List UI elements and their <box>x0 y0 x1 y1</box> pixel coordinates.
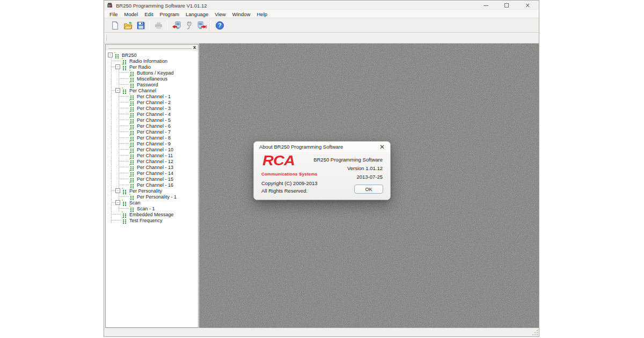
tree-item[interactable]: Per Channel - 6 <box>108 123 198 129</box>
tree-expander-icon[interactable]: - <box>115 64 120 69</box>
tree-item[interactable]: Per Channel - 5 <box>108 117 198 123</box>
tree-panel-gripper[interactable] <box>108 47 192 49</box>
tree-item[interactable]: Per Channel - 7 <box>108 129 198 135</box>
tree-node-icon <box>122 211 128 217</box>
tree-item[interactable]: Miscellaneous <box>108 76 198 82</box>
menu-item-model[interactable]: Model <box>121 11 141 17</box>
tree-guide-line <box>108 135 115 141</box>
title-bar: BR250 Programming Software V1.01.12 ✕ <box>104 1 539 10</box>
dialog-close-icon[interactable]: ✕ <box>379 144 385 150</box>
toolbar-read-from-radio[interactable] <box>170 19 182 31</box>
toolbar-help[interactable]: ? <box>214 19 225 31</box>
menu-item-help[interactable]: Help <box>254 11 271 17</box>
toolbar-separator <box>167 20 167 30</box>
tree-item[interactable]: Test Frequency <box>108 217 198 223</box>
tree-connector-line <box>115 220 121 221</box>
toolbar-save-file[interactable] <box>135 19 147 31</box>
tree-expander-icon[interactable]: - <box>115 200 120 205</box>
tree-item[interactable]: Per Channel - 11 <box>108 152 198 158</box>
tree-item[interactable]: Embedded Message <box>108 211 198 217</box>
tree-item[interactable]: -Per Radio <box>108 64 198 70</box>
tree-connector-line <box>123 137 129 138</box>
tree-item[interactable]: Per Channel - 4 <box>108 111 198 117</box>
menu-item-program[interactable]: Program <box>157 11 182 17</box>
tree-item[interactable]: Per Channel - 10 <box>108 146 198 152</box>
write-to-radio-icon <box>197 21 207 30</box>
tree-connector-line <box>123 78 129 79</box>
tree-connector-line <box>123 120 129 120</box>
tree-item[interactable]: Per Channel - 2 <box>108 99 198 105</box>
toolbar-write-to-radio[interactable] <box>196 19 208 31</box>
tree-expander-icon[interactable]: - <box>115 188 120 193</box>
resize-grip-icon[interactable] <box>537 330 538 331</box>
tree-connector-line <box>123 131 129 132</box>
maximize-button[interactable] <box>504 3 509 8</box>
tree-panel-header: x <box>106 45 198 50</box>
tree-node-icon <box>129 93 135 99</box>
tree-panel-close-icon[interactable]: x <box>193 45 196 50</box>
tree-connector-line <box>123 161 129 161</box>
tree-item[interactable]: Buttons / Keypad <box>108 70 198 76</box>
tree-connector-line <box>115 214 121 215</box>
dialog-title-bar: About BR250 Programming Software ✕ <box>254 142 390 152</box>
tree-node-icon <box>129 111 135 117</box>
tree-node-icon <box>129 135 135 141</box>
menu-item-file[interactable]: File <box>106 11 121 17</box>
tree-item-label: Per Channel - 4 <box>137 112 171 117</box>
tree-guide-line <box>115 111 123 117</box>
menu-item-window[interactable]: Window <box>229 11 254 17</box>
tree-node-icon <box>129 164 135 170</box>
tree-item[interactable]: Per Channel - 8 <box>108 135 198 141</box>
tree-expander-icon[interactable]: - <box>115 88 120 93</box>
print-icon <box>154 21 163 30</box>
tree-item[interactable]: Per Channel - 14 <box>108 170 198 176</box>
toolbar-new-file[interactable] <box>109 19 121 31</box>
tree-item-label: Per Personality - 1 <box>137 194 177 200</box>
tree-guide-line <box>108 158 115 164</box>
read-from-radio-icon <box>172 21 181 30</box>
tree-item[interactable]: Scan - 1 <box>108 205 198 211</box>
tree-item-label: Miscellaneous <box>137 76 167 82</box>
close-button[interactable]: ✕ <box>525 3 530 8</box>
tree-item[interactable]: Per Personality - 1 <box>108 194 198 200</box>
menu-item-edit[interactable]: Edit <box>141 11 156 17</box>
tree-guide-line <box>108 70 115 76</box>
tree-node-icon <box>129 117 135 123</box>
tree-item-label: Per Channel <box>129 88 156 93</box>
tree-item[interactable]: -Per Channel <box>108 87 198 93</box>
toolbar-gripper[interactable] <box>106 35 107 41</box>
tree-item[interactable]: Per Channel - 15 <box>108 176 198 182</box>
toolbar-test-connection[interactable] <box>183 19 195 31</box>
minimize-button[interactable] <box>483 3 488 8</box>
tree-item-label: Per Channel - 3 <box>137 106 171 111</box>
svg-text:?: ? <box>218 22 221 28</box>
ok-button[interactable]: OK <box>354 185 383 194</box>
tree-item-label: Scan - 1 <box>137 206 155 211</box>
tree-guide-line <box>108 188 115 194</box>
tree-item[interactable]: -Scan <box>108 200 198 205</box>
toolbar-print[interactable] <box>152 19 164 31</box>
menu-item-language[interactable]: Language <box>182 11 211 17</box>
tree-node-icon <box>129 129 135 135</box>
tree-item-label: Per Radio <box>129 64 151 70</box>
tree-expander-icon[interactable]: - <box>108 53 113 57</box>
test-connection-icon <box>185 21 194 30</box>
tree-item[interactable]: Password <box>108 82 198 87</box>
tree-item[interactable]: Per Channel - 16 <box>108 182 198 188</box>
tree-item[interactable]: Per Channel - 12 <box>108 158 198 164</box>
tree-guide-line <box>115 146 123 152</box>
tree-item[interactable]: Per Channel - 1 <box>108 93 198 99</box>
tree-item[interactable]: Per Channel - 3 <box>108 105 198 111</box>
tree-item[interactable]: Per Channel - 9 <box>108 141 198 146</box>
tree-connector-line <box>115 61 121 61</box>
tree-connector-line <box>123 108 129 108</box>
tree-item[interactable]: -Per Personality <box>108 188 198 194</box>
tree-item-label: Per Personality <box>129 188 162 194</box>
tree-item[interactable]: Radio Information <box>108 58 198 64</box>
tree-connector-line <box>123 72 129 73</box>
toolbar-open-file[interactable] <box>122 19 134 31</box>
menu-item-view[interactable]: View <box>211 11 229 17</box>
tree-item[interactable]: Per Channel - 13 <box>108 164 198 170</box>
tree-item[interactable]: -BR250 <box>108 52 198 58</box>
tree-node-icon <box>129 99 135 105</box>
